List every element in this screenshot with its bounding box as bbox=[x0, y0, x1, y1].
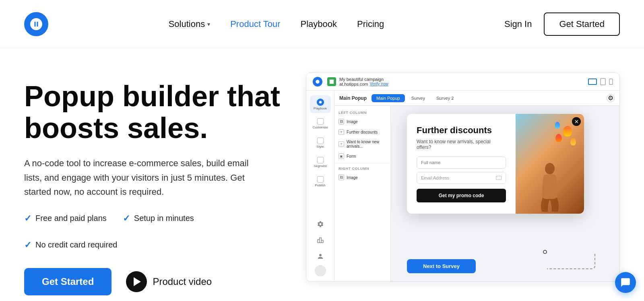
sidebar-item-style[interactable]: Style bbox=[310, 134, 331, 152]
dashed-line-indicator bbox=[547, 253, 595, 269]
sidebar-item-publish[interactable]: Publish bbox=[310, 173, 331, 190]
text-icon-2: T bbox=[339, 141, 344, 147]
user-avatar bbox=[315, 265, 326, 276]
product-video-label: Product video bbox=[153, 276, 212, 287]
balloon-2 bbox=[555, 134, 562, 142]
header-actions: Sign In Get Started bbox=[504, 12, 620, 36]
balloons-scene bbox=[516, 114, 584, 214]
tab-main-popup[interactable]: Main Popup bbox=[372, 94, 405, 102]
checkmark-icon-3: ✓ bbox=[24, 240, 31, 250]
sidebar-segment-label: Segment bbox=[314, 164, 326, 168]
col-item-image[interactable]: 🖼 Image bbox=[334, 116, 390, 127]
app-body: Playbook Customize Style Segment bbox=[306, 91, 619, 281]
sidebar-style-label: Style bbox=[317, 145, 324, 148]
product-video-button[interactable]: Product video bbox=[126, 271, 212, 292]
popup-fullname-input[interactable] bbox=[417, 157, 506, 169]
popup-subtitle: Want to know new arrivals, special offer… bbox=[417, 139, 506, 150]
campaign-name: My beautiful campaign bbox=[339, 77, 388, 82]
nav-product-tour[interactable]: Product Tour bbox=[230, 19, 280, 29]
sidebar-publish-label: Publish bbox=[315, 183, 325, 187]
check-setup: ✓ Setup in minutes bbox=[123, 213, 194, 224]
form-icon: ▣ bbox=[339, 153, 344, 159]
popup-left: Further discounts Want to know new arriv… bbox=[407, 114, 516, 214]
app-main-panel: Main Popup Main Popup Survey Survey 2 ⚙ … bbox=[334, 91, 619, 281]
col-item-form-label: Form bbox=[347, 154, 356, 159]
check-setup-label: Setup in minutes bbox=[134, 214, 194, 223]
popup-modal: Further discounts Want to know new arriv… bbox=[407, 114, 584, 214]
svg-point-2 bbox=[545, 163, 555, 174]
nav-playbook[interactable]: Playbook bbox=[301, 19, 337, 29]
col-item-arrivals[interactable]: T Want to know new arrivals... bbox=[334, 137, 390, 151]
hero-section: Popup builder that boosts sales. A no-co… bbox=[24, 72, 290, 301]
left-col-panel: LEFT COLUMN 🖼 Image T Further discounts … bbox=[334, 106, 391, 281]
popup-email-input-wrap: Email Address bbox=[417, 172, 506, 184]
app-logo-small bbox=[313, 77, 322, 87]
next-survey-button[interactable]: Next to Survey bbox=[407, 259, 476, 273]
left-col-header: LEFT COLUMN bbox=[334, 109, 390, 116]
sidebar-settings-icon[interactable] bbox=[313, 217, 328, 231]
sidebar-item-customize[interactable]: Customize bbox=[310, 115, 331, 132]
col-item-right-image[interactable]: 🖼 Image bbox=[334, 172, 390, 183]
desktop-icon[interactable] bbox=[588, 78, 597, 85]
sidebar-item-playbook[interactable]: Playbook bbox=[310, 95, 331, 113]
sidebar-customize-label: Customize bbox=[313, 126, 328, 129]
sign-in-link[interactable]: Sign In bbox=[504, 19, 532, 29]
svg-point-1 bbox=[319, 101, 322, 103]
text-icon-1: T bbox=[339, 129, 344, 135]
campaign-url: at.hotipps.com bbox=[339, 82, 368, 87]
check-no-cc-label: No credit card required bbox=[35, 240, 117, 249]
check-free-paid: ✓ Free and paid plans bbox=[24, 213, 107, 224]
tablet-icon[interactable] bbox=[600, 78, 606, 85]
verify-link[interactable]: Verify now bbox=[370, 82, 388, 86]
balloon-1 bbox=[563, 126, 572, 136]
col-item-further-discounts-label: Further discounts bbox=[347, 130, 378, 134]
logo[interactable] bbox=[24, 12, 48, 36]
popup-email-placeholder: Email Address bbox=[421, 175, 494, 180]
nav-solutions[interactable]: Solutions ▾ bbox=[169, 19, 211, 29]
get-started-button-header[interactable]: Get Started bbox=[544, 12, 620, 36]
sidebar-item-segment[interactable]: Segment bbox=[310, 153, 331, 171]
right-col-header: RIGHT COLUMN bbox=[334, 165, 390, 172]
chevron-down-icon: ▾ bbox=[207, 21, 210, 27]
col-item-further-discounts[interactable]: T Further discounts bbox=[334, 127, 390, 137]
popup-cta-button[interactable]: Get my promo code bbox=[417, 189, 506, 202]
balloon-3 bbox=[555, 122, 560, 128]
app-header-bar: My beautiful campaign at.hotipps.com Ver… bbox=[306, 73, 619, 91]
checklist: ✓ Free and paid plans ✓ Setup in minutes… bbox=[24, 213, 290, 250]
email-icon bbox=[496, 176, 502, 180]
get-started-button-hero[interactable]: Get Started bbox=[24, 268, 111, 295]
tab-survey-2[interactable]: Survey 2 bbox=[431, 94, 458, 102]
image-icon: 🖼 bbox=[339, 119, 344, 124]
screenshot-container: My beautiful campaign at.hotipps.com Ver… bbox=[306, 72, 620, 282]
device-icons bbox=[588, 78, 613, 85]
cta-row: Get Started Product video bbox=[24, 268, 290, 295]
col-item-form[interactable]: ▣ Form bbox=[334, 151, 390, 161]
canvas-area: Further discounts Want to know new arriv… bbox=[391, 106, 619, 281]
sidebar-leads-icon[interactable] bbox=[313, 249, 328, 264]
app-sidebar: Playbook Customize Style Segment bbox=[306, 91, 334, 281]
campaign-icon bbox=[327, 77, 336, 86]
col-item-image-label: Image bbox=[347, 120, 358, 124]
nav-pricing[interactable]: Pricing bbox=[357, 19, 384, 29]
svg-point-0 bbox=[316, 80, 319, 83]
check-free-paid-label: Free and paid plans bbox=[35, 214, 107, 223]
check-no-cc: ✓ No credit card required bbox=[24, 240, 117, 250]
checkmark-icon-2: ✓ bbox=[123, 213, 130, 224]
chat-widget-button[interactable] bbox=[615, 272, 636, 293]
tab-survey[interactable]: Survey bbox=[407, 94, 430, 102]
sidebar-playbook-label: Playbook bbox=[314, 107, 327, 110]
tabs-title: Main Popup bbox=[339, 95, 367, 101]
mobile-icon[interactable] bbox=[609, 78, 613, 85]
sidebar-bottom bbox=[313, 217, 328, 281]
popup-close-button[interactable]: ✕ bbox=[572, 117, 581, 126]
hero-description: A no-code tool to increase e-commerce sa… bbox=[24, 156, 266, 199]
image-icon-right: 🖼 bbox=[339, 175, 344, 180]
tab-settings-button[interactable]: ⚙ bbox=[607, 94, 615, 102]
main-nav: Solutions ▾ Product Tour Playbook Pricin… bbox=[169, 19, 384, 29]
col-item-arrivals-label: Want to know new arrivals... bbox=[347, 140, 386, 148]
sidebar-analytics-icon[interactable] bbox=[313, 233, 328, 247]
col-item-right-image-label: Image bbox=[347, 175, 358, 180]
person-silhouette bbox=[534, 161, 566, 214]
play-icon bbox=[126, 271, 147, 292]
columns-panel: LEFT COLUMN 🖼 Image T Further discounts … bbox=[334, 106, 619, 281]
